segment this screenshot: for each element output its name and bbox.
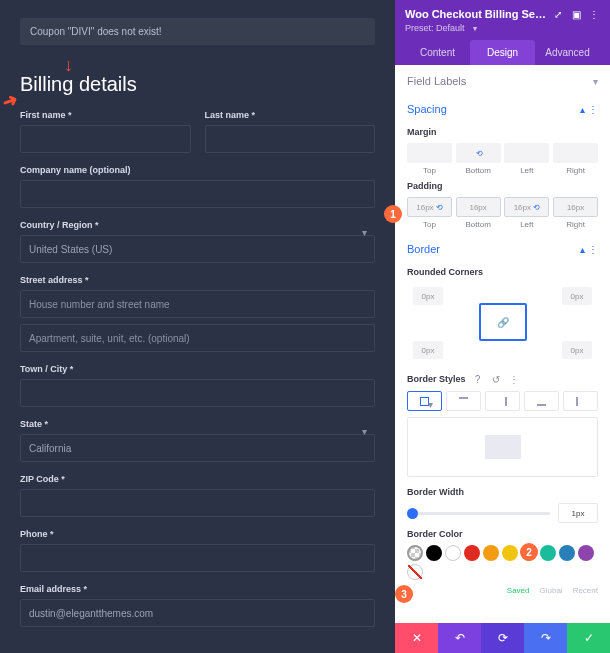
company-input[interactable] xyxy=(20,180,375,208)
margin-bottom-input[interactable]: ⟲ xyxy=(456,143,501,163)
swatch-red[interactable] xyxy=(464,545,480,561)
annotation-arrow: ➜ xyxy=(0,88,20,114)
label-zip: ZIP Code * xyxy=(20,474,375,484)
chevron-up-icon: ▴ ⋮ xyxy=(580,104,598,115)
state-select[interactable] xyxy=(20,434,375,462)
annotation-arrow: ↓ xyxy=(64,55,73,76)
corner-tl-input[interactable]: 0px xyxy=(413,287,443,305)
padding-top-input[interactable]: 16px⟲ xyxy=(407,197,452,217)
reset-icon[interactable]: ↺ xyxy=(490,373,502,385)
swatch-blue[interactable] xyxy=(559,545,575,561)
margin-right-input[interactable] xyxy=(553,143,598,163)
chevron-up-icon: ▴ ⋮ xyxy=(580,244,598,255)
margin-top-input[interactable] xyxy=(407,143,452,163)
margin-left-input[interactable] xyxy=(504,143,549,163)
town-input[interactable] xyxy=(20,379,375,407)
color-tab-global[interactable]: Global xyxy=(540,586,563,595)
border-width-label: Border Width xyxy=(407,487,598,497)
border-side-top[interactable] xyxy=(446,391,481,411)
last-name-input[interactable] xyxy=(205,125,376,153)
padding-bottom-input[interactable]: 16px xyxy=(456,197,501,217)
label-town: Town / City * xyxy=(20,364,375,374)
coupon-notice: Coupon "DIVI" does not exist! xyxy=(20,18,375,45)
border-preview xyxy=(407,417,598,477)
link-icon: ⟲ xyxy=(436,203,443,212)
expand-icon[interactable]: ⤢ xyxy=(552,8,564,20)
label-state: State * xyxy=(20,419,375,429)
border-side-right[interactable] xyxy=(485,391,520,411)
country-select[interactable] xyxy=(20,235,375,263)
annotation-badge-3: 3 xyxy=(395,585,413,603)
label-first-name: First name * xyxy=(20,110,191,120)
tab-content[interactable]: Content xyxy=(405,40,470,65)
corner-bl-input[interactable]: 0px xyxy=(413,341,443,359)
email-input[interactable] xyxy=(20,599,375,627)
rounded-corners-label: Rounded Corners xyxy=(407,267,598,277)
chevron-down-icon[interactable]: ▾ xyxy=(469,22,481,34)
label-email: Email address * xyxy=(20,584,375,594)
history-button[interactable]: ⟳ xyxy=(481,623,524,653)
swatch-white[interactable] xyxy=(445,545,461,561)
margin-label: Margin xyxy=(407,127,598,137)
first-name-input[interactable] xyxy=(20,125,191,153)
border-side-all[interactable] xyxy=(407,391,442,411)
billing-heading: Billing details xyxy=(20,73,375,96)
swatch-purple[interactable] xyxy=(578,545,594,561)
section-spacing[interactable]: Spacing▴ ⋮ xyxy=(407,93,598,121)
swatch-transparent[interactable] xyxy=(407,545,423,561)
section-field-labels[interactable]: Field Labels▾ xyxy=(407,65,598,93)
street-input[interactable] xyxy=(20,290,375,318)
phone-input[interactable] xyxy=(20,544,375,572)
label-country: Country / Region * xyxy=(20,220,375,230)
undo-button[interactable]: ↶ xyxy=(438,623,481,653)
border-side-bottom[interactable] xyxy=(524,391,559,411)
close-button[interactable]: ✕ xyxy=(395,623,438,653)
dock-icon[interactable]: ▣ xyxy=(570,8,582,20)
corner-link-icon[interactable]: 🔗 xyxy=(479,303,527,341)
padding-label: Padding xyxy=(407,181,598,191)
apt-input[interactable] xyxy=(20,324,375,352)
preset-label[interactable]: Preset: Default xyxy=(405,23,465,33)
border-styles-label: Border Styles xyxy=(407,374,466,384)
annotation-badge-2: 2 xyxy=(520,543,538,561)
label-company: Company name (optional) xyxy=(20,165,375,175)
swatch-black[interactable] xyxy=(426,545,442,561)
border-color-label: Border Color xyxy=(407,529,598,539)
label-street: Street address * xyxy=(20,275,375,285)
border-width-value[interactable]: 1px xyxy=(558,503,598,523)
menu-icon[interactable]: ⋮ xyxy=(588,8,600,20)
label-phone: Phone * xyxy=(20,529,375,539)
tab-advanced[interactable]: Advanced xyxy=(535,40,600,65)
label-last-name: Last name * xyxy=(205,110,376,120)
swatch-orange[interactable] xyxy=(483,545,499,561)
tab-design[interactable]: Design xyxy=(470,40,535,65)
swatch-none[interactable] xyxy=(407,564,423,580)
corner-br-input[interactable]: 0px xyxy=(562,341,592,359)
swatch-yellow[interactable] xyxy=(502,545,518,561)
border-side-left[interactable] xyxy=(563,391,598,411)
help-icon[interactable]: ? xyxy=(472,373,484,385)
padding-right-input[interactable]: 16px xyxy=(553,197,598,217)
zip-input[interactable] xyxy=(20,489,375,517)
link-icon: ⟲ xyxy=(533,203,540,212)
color-tab-recent[interactable]: Recent xyxy=(573,586,598,595)
link-icon: ⟲ xyxy=(476,149,483,158)
corner-tr-input[interactable]: 0px xyxy=(562,287,592,305)
save-button[interactable]: ✓ xyxy=(567,623,610,653)
options-icon[interactable]: ⋮ xyxy=(508,373,520,385)
color-tab-saved[interactable]: Saved xyxy=(507,586,530,595)
section-border[interactable]: Border▴ ⋮ xyxy=(407,233,598,261)
settings-title: Woo Checkout Billing Setti... xyxy=(405,8,546,20)
settings-header: Woo Checkout Billing Setti... ⤢ ▣ ⋮ Pres… xyxy=(395,0,610,65)
annotation-badge-1: 1 xyxy=(384,205,402,223)
redo-button[interactable]: ↷ xyxy=(524,623,567,653)
border-width-slider[interactable] xyxy=(407,512,550,515)
padding-left-input[interactable]: 16px⟲ xyxy=(504,197,549,217)
swatch-teal[interactable] xyxy=(540,545,556,561)
chevron-down-icon: ▾ xyxy=(593,76,598,87)
